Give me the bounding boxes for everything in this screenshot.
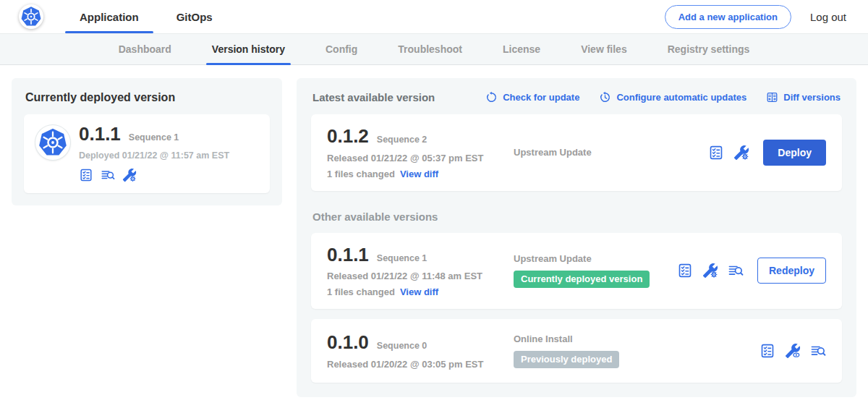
released-timestamp: Released 01/21/22 @ 11:48 am EST — [327, 271, 514, 281]
diff-icon — [766, 91, 778, 103]
config-gear-icon[interactable] — [733, 145, 749, 161]
preflight-checks-icon[interactable] — [677, 263, 693, 279]
version-number: 0.1.2 — [327, 126, 369, 147]
sequence-label: Sequence 2 — [377, 135, 427, 145]
main-content: Currently deployed version 0.1.1 Sequenc… — [0, 65, 868, 397]
tab-config[interactable]: Config — [305, 34, 378, 64]
source-label: Online Install — [514, 333, 752, 344]
config-gear-icon[interactable] — [122, 168, 137, 182]
check-for-update-label: Check for update — [503, 92, 579, 103]
version-source: Online Install Previously deployed — [514, 333, 760, 368]
refresh-icon — [485, 91, 498, 103]
deployed-panel-title: Currently deployed version — [25, 91, 270, 104]
version-number: 0.1.0 — [327, 332, 369, 353]
version-history-panel: Latest available version Check for updat… — [297, 78, 856, 397]
preflight-checks-icon[interactable] — [708, 145, 724, 161]
view-diff-link[interactable]: View diff — [400, 286, 438, 297]
deployed-version-info: 0.1.1 Sequence 1 Deployed 01/21/22 @ 11:… — [79, 124, 229, 182]
deployed-timestamp: Deployed 01/21/22 @ 11:57 am EST — [79, 150, 229, 161]
kubernetes-wheel-icon — [20, 6, 42, 27]
deploy-logs-icon[interactable] — [101, 168, 115, 182]
deployed-sequence-label: Sequence 1 — [129, 132, 179, 143]
other-versions-heading: Other available versions — [312, 211, 841, 223]
version-card-actions — [760, 343, 826, 359]
deploy-logs-icon[interactable] — [728, 263, 744, 279]
configure-automatic-updates-link[interactable]: Configure automatic updates — [599, 91, 746, 103]
sequence-label: Sequence 0 — [377, 341, 427, 351]
version-card: 0.1.2 Sequence 2 Released 01/21/22 @ 05:… — [311, 114, 842, 191]
diff-versions-label: Diff versions — [783, 92, 841, 103]
tab-registry-settings[interactable]: Registry settings — [647, 34, 770, 64]
latest-version-header: Latest available version Check for updat… — [312, 91, 841, 103]
tab-license[interactable]: License — [482, 34, 561, 64]
version-card-actions: Redeploy — [677, 258, 826, 284]
preflight-checks-icon[interactable] — [760, 343, 775, 359]
schedule-update-icon — [599, 91, 611, 103]
preflight-checks-icon[interactable] — [79, 168, 93, 182]
view-config-icon[interactable] — [785, 343, 801, 359]
tab-version-history[interactable]: Version history — [192, 34, 305, 64]
app-logo — [35, 125, 70, 160]
version-card: 0.1.1 Sequence 1 Released 01/21/22 @ 11:… — [311, 233, 842, 310]
config-gear-icon[interactable] — [702, 263, 718, 279]
version-card-actions: Deploy — [708, 140, 826, 166]
released-timestamp: Released 01/21/22 @ 05:37 pm EST — [327, 153, 514, 163]
deployed-version-card: 0.1.1 Sequence 1 Deployed 01/21/22 @ 11:… — [24, 114, 270, 193]
deploy-logs-icon[interactable] — [810, 343, 826, 359]
tab-application[interactable]: Application — [61, 0, 158, 33]
previously-deployed-badge: Previously deployed — [514, 351, 619, 368]
source-label: Upstream Update — [514, 147, 701, 158]
version-card: 0.1.0 Sequence 0 Released 01/20/22 @ 03:… — [311, 319, 842, 383]
kubernetes-wheel-icon — [38, 127, 68, 158]
version-number: 0.1.1 — [327, 245, 369, 265]
deploy-button[interactable]: Deploy — [763, 140, 826, 166]
files-changed-label: 1 files changed — [327, 286, 395, 297]
source-label: Upstream Update — [514, 253, 670, 264]
sequence-label: Sequence 1 — [377, 253, 427, 263]
top-nav-actions: Add a new application Log out — [665, 5, 846, 29]
version-source: Upstream Update Currently deployed versi… — [514, 253, 677, 288]
diff-versions-link[interactable]: Diff versions — [766, 91, 841, 103]
top-nav: Application GitOps Add a new application… — [0, 0, 868, 33]
version-actions: Check for update Configure automatic upd… — [485, 91, 841, 103]
version-source: Upstream Update — [514, 147, 708, 158]
kubernetes-logo — [19, 4, 43, 29]
version-info: 0.1.0 Sequence 0 Released 01/20/22 @ 03:… — [327, 332, 514, 370]
redeploy-button[interactable]: Redeploy — [757, 258, 826, 284]
logout-button[interactable]: Log out — [810, 11, 846, 23]
version-info: 0.1.1 Sequence 1 Released 01/21/22 @ 11:… — [327, 245, 514, 298]
files-changed-label: 1 files changed — [327, 169, 395, 179]
check-for-update-link[interactable]: Check for update — [485, 91, 579, 103]
tab-view-files[interactable]: View files — [561, 34, 647, 64]
currently-deployed-panel: Currently deployed version 0.1.1 Sequenc… — [12, 78, 282, 205]
configure-automatic-updates-label: Configure automatic updates — [616, 92, 746, 103]
app-sub-nav: Dashboard Version history Config Trouble… — [0, 33, 868, 65]
view-diff-link[interactable]: View diff — [400, 169, 438, 179]
deployed-version-number: 0.1.1 — [79, 124, 121, 145]
latest-version-heading: Latest available version — [312, 91, 435, 103]
released-timestamp: Released 01/20/22 @ 03:05 pm EST — [327, 359, 514, 370]
tab-dashboard[interactable]: Dashboard — [98, 34, 192, 64]
add-application-button[interactable]: Add a new application — [665, 5, 791, 29]
deployed-action-icons — [79, 168, 229, 182]
currently-deployed-badge: Currently deployed version — [514, 271, 650, 288]
top-nav-tabs: Application GitOps — [61, 0, 231, 33]
tab-gitops[interactable]: GitOps — [158, 0, 231, 33]
tab-troubleshoot[interactable]: Troubleshoot — [378, 34, 482, 64]
version-info: 0.1.2 Sequence 2 Released 01/21/22 @ 05:… — [327, 126, 514, 179]
